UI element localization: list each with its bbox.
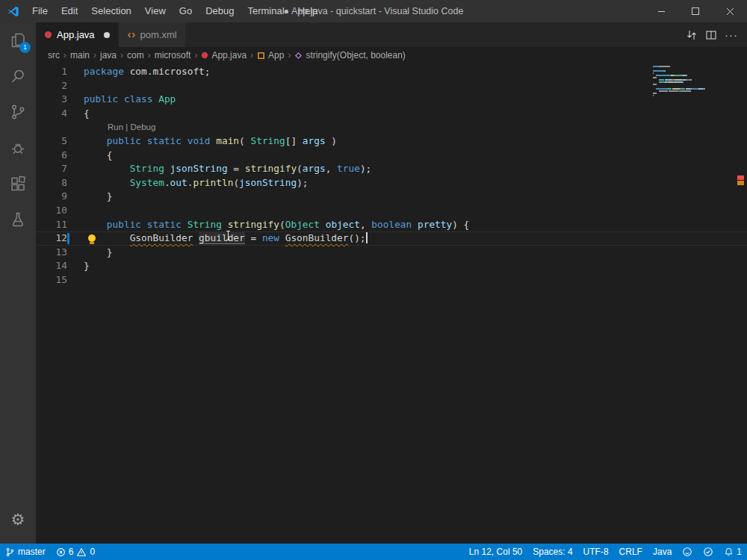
menu-file[interactable]: File xyxy=(25,0,55,22)
line-number[interactable]: 6 xyxy=(36,149,67,163)
code-text[interactable]: GsonBuilder gbuilder = new GsonBuilder()… xyxy=(84,231,368,246)
tab-app-java[interactable]: App.java xyxy=(36,22,119,47)
code-line: 7 String jsonString = stringify(args, tr… xyxy=(36,162,747,176)
minimap[interactable] xyxy=(653,66,725,99)
minimize-button[interactable] xyxy=(644,0,678,22)
breadcrumb-item[interactable]: microsoft xyxy=(154,50,192,60)
code-line: 12 GsonBuilder gbuilder = new GsonBuilde… xyxy=(36,231,747,246)
problems-indicator[interactable]: 6 0 xyxy=(51,544,100,560)
eol-indicator[interactable]: CRLF xyxy=(614,544,648,560)
code-text[interactable]: } xyxy=(84,246,113,260)
breadcrumb-separator: › xyxy=(117,50,126,60)
modified-dot-icon[interactable] xyxy=(104,32,110,38)
open-changes-icon[interactable] xyxy=(686,29,698,41)
run-debug-icon[interactable] xyxy=(0,130,36,166)
codelens-run-link[interactable]: Run xyxy=(108,122,123,131)
code-text[interactable]: { xyxy=(84,149,113,163)
menu-edit[interactable]: Edit xyxy=(55,0,84,22)
line-number[interactable]: 10 xyxy=(36,204,67,218)
codelens-debug-link[interactable]: Debug xyxy=(131,122,156,131)
branch-icon xyxy=(5,547,15,557)
code-line: 11 public static String stringify(Object… xyxy=(36,218,747,232)
code-text[interactable]: public static String stringify(Object ob… xyxy=(84,218,469,232)
line-number[interactable]: 7 xyxy=(36,162,67,176)
line-number[interactable]: 3 xyxy=(36,93,67,107)
breadcrumb-file[interactable]: App.java xyxy=(200,50,247,60)
code-line: 8 System.out.println(jsonString); xyxy=(36,176,747,190)
java-status-icon[interactable] xyxy=(698,544,719,560)
codelens-row: Run | Debug xyxy=(36,120,747,134)
code-text[interactable]: } xyxy=(84,190,113,204)
line-number[interactable]: 11 xyxy=(36,218,67,232)
breadcrumb-separator: › xyxy=(145,50,154,60)
code-text[interactable]: package com.microsoft; xyxy=(84,65,211,79)
git-branch-indicator[interactable]: master xyxy=(0,544,51,560)
breadcrumb-separator: › xyxy=(247,50,256,60)
menu-selection[interactable]: Selection xyxy=(84,0,137,22)
code-text[interactable]: System.out.println(jsonString); xyxy=(84,176,309,190)
breadcrumb-item[interactable]: main xyxy=(69,50,90,60)
code-text[interactable]: { xyxy=(84,107,90,121)
code-text[interactable]: Run | Debug xyxy=(84,120,155,134)
line-number[interactable]: 8 xyxy=(36,176,67,190)
error-count: 6 xyxy=(69,547,74,557)
menu-debug[interactable]: Debug xyxy=(199,0,241,22)
language-mode-indicator[interactable]: Java xyxy=(648,544,677,560)
text-cursor xyxy=(366,232,368,243)
minimap-line xyxy=(653,86,725,87)
line-number[interactable]: 1 xyxy=(36,65,67,79)
code-text[interactable]: public class App xyxy=(84,93,176,107)
overview-ruler-error-mark xyxy=(737,175,744,180)
code-editor[interactable]: 1package com.microsoft;23public class Ap… xyxy=(36,63,747,544)
breadcrumb-class[interactable]: App xyxy=(256,50,285,60)
notifications-bell[interactable]: 1 xyxy=(719,544,747,560)
breadcrumb-item[interactable]: com xyxy=(126,50,145,60)
breadcrumb-item[interactable]: java xyxy=(99,50,117,60)
code-text[interactable]: String jsonString = stringify(args, true… xyxy=(84,162,371,176)
vscode-logo-icon xyxy=(0,5,25,18)
minimap-line xyxy=(653,66,725,67)
breadcrumb-separator: › xyxy=(90,50,99,60)
codelens-separator: | xyxy=(123,122,130,131)
breadcrumb-separator: › xyxy=(285,50,294,60)
line-number[interactable]: 2 xyxy=(36,79,67,93)
search-icon[interactable] xyxy=(0,58,36,94)
extensions-icon[interactable] xyxy=(0,166,36,202)
feedback-smiley-icon[interactable] xyxy=(677,544,698,560)
line-number[interactable] xyxy=(36,120,67,134)
line-number[interactable]: 14 xyxy=(36,259,67,273)
line-number[interactable]: 12 xyxy=(36,231,67,246)
split-editor-icon[interactable] xyxy=(705,29,717,41)
breadcrumb-item[interactable]: src xyxy=(47,50,61,60)
line-number[interactable]: 15 xyxy=(36,273,67,287)
class-symbol-icon xyxy=(257,52,265,60)
close-button[interactable] xyxy=(713,0,747,22)
code-text[interactable]: public static void main( String[] args ) xyxy=(84,134,337,149)
code-text[interactable]: } xyxy=(84,259,90,273)
settings-gear-icon[interactable]: ⚙ xyxy=(0,502,36,538)
editor-region: App.java pom.xml ··· src›main›java›com›m… xyxy=(36,22,747,544)
source-control-icon[interactable] xyxy=(0,94,36,130)
line-number[interactable]: 9 xyxy=(36,190,67,204)
code-line: 6 { xyxy=(36,149,747,163)
menu-go[interactable]: Go xyxy=(173,0,199,22)
test-beaker-icon[interactable] xyxy=(0,202,36,237)
branch-name: master xyxy=(18,547,46,557)
encoding-indicator[interactable]: UTF-8 xyxy=(578,544,614,560)
tab-pom-xml[interactable]: pom.xml xyxy=(119,22,186,47)
line-number[interactable]: 13 xyxy=(36,246,67,260)
cursor-position-indicator[interactable]: Ln 12, Col 50 xyxy=(464,544,527,560)
explorer-icon[interactable]: 1 xyxy=(0,22,36,58)
java-file-icon xyxy=(44,31,52,39)
line-number[interactable]: 4 xyxy=(36,107,67,121)
menu-view[interactable]: View xyxy=(138,0,173,22)
title-bar: FileEditSelectionViewGoDebugTerminalHelp… xyxy=(0,0,747,22)
code-line: 2 xyxy=(36,79,747,93)
warning-count: 0 xyxy=(90,547,95,557)
line-number[interactable]: 5 xyxy=(36,134,67,149)
activity-bar: 1 ⚙ xyxy=(0,22,36,544)
more-actions-icon[interactable]: ··· xyxy=(725,28,738,41)
breadcrumb-method[interactable]: stringify(Object, boolean) xyxy=(294,50,406,60)
indentation-indicator[interactable]: Spaces: 4 xyxy=(527,544,577,560)
maximize-button[interactable] xyxy=(678,0,713,22)
